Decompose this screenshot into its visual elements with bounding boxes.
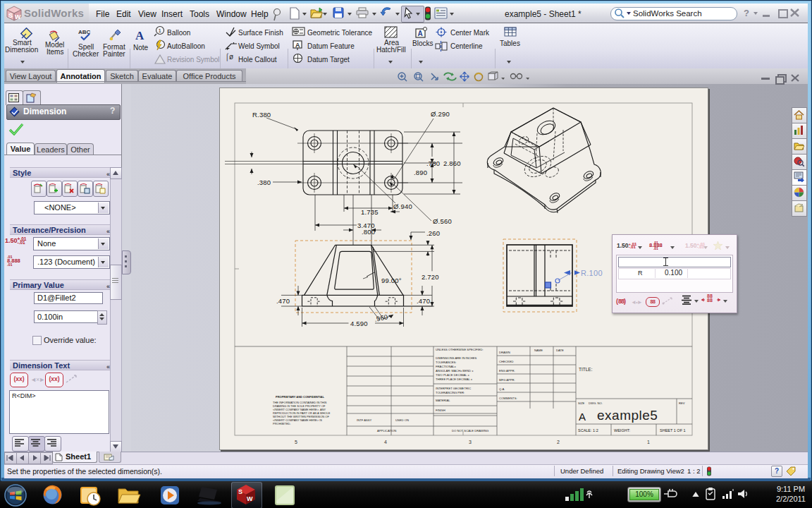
svg-text:A: A <box>295 42 300 49</box>
svg-text:APPLICATION: APPLICATION <box>377 429 396 433</box>
svg-text:W: W <box>247 495 253 502</box>
svg-text:CHECKED: CHECKED <box>499 360 513 363</box>
svg-text:DIMENSIONS ARE IN INCHES: DIMENSIONS ARE IN INCHES <box>436 356 477 360</box>
svg-text:S: S <box>238 488 242 495</box>
svg-text:.890: .890 <box>414 169 427 176</box>
svg-text:REV: REV <box>679 401 685 405</box>
svg-text:COMMENTS:: COMMENTS: <box>499 397 517 400</box>
svg-text:PROHIBITED.: PROHIBITED. <box>273 422 291 425</box>
svg-text:Q.A.: Q.A. <box>499 387 505 391</box>
svg-text:INTF ASSY: INTF ASSY <box>357 418 372 422</box>
svg-text:2.720: 2.720 <box>422 273 439 281</box>
svg-text:Ø.290: Ø.290 <box>431 110 450 118</box>
svg-text:ENG APPR.: ENG APPR. <box>499 369 515 373</box>
svg-text:5: 5 <box>295 440 297 445</box>
svg-text:USED ON: USED ON <box>395 418 409 422</box>
svg-text:4.590: 4.590 <box>350 320 368 327</box>
svg-text:.260: .260 <box>426 229 440 237</box>
svg-text:A: A <box>418 30 423 37</box>
svg-text:TOLERANCING PER:: TOLERANCING PER: <box>436 391 465 394</box>
svg-text:MFG APPR.: MFG APPR. <box>499 378 515 382</box>
svg-text:FINISH: FINISH <box>436 409 445 412</box>
svg-text:3: 3 <box>469 440 472 445</box>
svg-text:1: 1 <box>159 28 162 34</box>
svg-text:2.860: 2.860 <box>443 159 461 167</box>
svg-text:example5: example5 <box>597 408 658 423</box>
svg-text:INTERPRET GEOMETRIC: INTERPRET GEOMETRIC <box>436 387 471 390</box>
svg-text:A: A <box>579 411 586 423</box>
svg-text:S: S <box>8 12 13 19</box>
svg-text:THREE PLACE DECIMAL ±: THREE PLACE DECIMAL ± <box>436 377 473 381</box>
svg-text:DATE: DATE <box>556 349 564 352</box>
svg-text:WEIGHT:: WEIGHT: <box>614 428 630 433</box>
svg-text:R.100: R.100 <box>581 269 603 277</box>
svg-text:R.380: R.380 <box>252 111 271 119</box>
svg-text:Ø.560: Ø.560 <box>433 217 452 225</box>
svg-text:4: 4 <box>384 440 387 445</box>
svg-text:Ø.940: Ø.940 <box>393 202 412 210</box>
svg-text:MATERIAL: MATERIAL <box>436 399 450 402</box>
svg-text:TOLERANCES:: TOLERANCES: <box>436 361 456 364</box>
svg-text:TITLE:: TITLE: <box>579 367 593 372</box>
svg-text:.470: .470 <box>276 297 290 305</box>
svg-text:1.735: 1.735 <box>361 208 379 216</box>
svg-text:SHEET 1 OF 1: SHEET 1 OF 1 <box>660 428 686 433</box>
svg-text:FRACTIONAL±: FRACTIONAL± <box>436 365 457 368</box>
svg-text:.960: .960 <box>374 313 388 323</box>
svg-text:.380: .380 <box>257 179 271 186</box>
svg-text:.780: .780 <box>426 159 440 167</box>
svg-text:DO NOT SCALE DRAWING: DO NOT SCALE DRAWING <box>452 429 488 433</box>
svg-text:NAME: NAME <box>534 349 543 352</box>
svg-text:DRAWN: DRAWN <box>499 351 510 354</box>
svg-text:1: 1 <box>647 440 650 445</box>
svg-text:.470: .470 <box>417 297 430 305</box>
svg-text:PROPRIETARY AND CONFIDENTIAL: PROPRIETARY AND CONFIDENTIAL <box>276 395 324 399</box>
svg-text:ANGULAR: MACH± BEND ±: ANGULAR: MACH± BEND ± <box>436 369 474 373</box>
svg-text:.800: .800 <box>362 228 375 236</box>
svg-text:2: 2 <box>557 440 560 445</box>
svg-text:SIZE: SIZE <box>578 401 585 405</box>
svg-text:W: W <box>15 13 21 20</box>
svg-text:DWG. NO.: DWG. NO. <box>589 401 603 405</box>
svg-text:99.00°: 99.00° <box>381 277 402 284</box>
svg-text:UNLESS OTHERWISE SPECIFIED:: UNLESS OTHERWISE SPECIFIED: <box>436 348 484 351</box>
svg-text:TWO PLACE DECIMAL ±: TWO PLACE DECIMAL ± <box>436 373 469 377</box>
svg-text:SCALE: 1:2: SCALE: 1:2 <box>578 428 598 433</box>
